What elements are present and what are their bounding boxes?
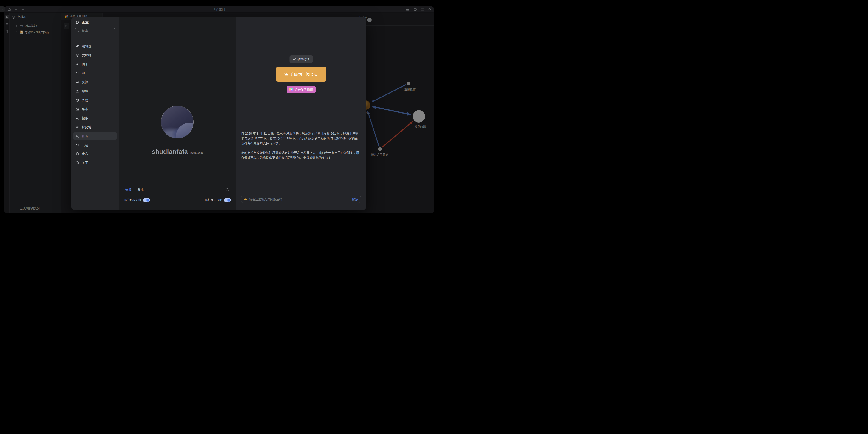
show-vip-toggle-label: 顶栏显示 VIP	[205, 198, 222, 202]
settings-menu-panel: 设置 编辑器文档树闪卡AI资源导出外观集市搜索快捷键账号云端发布关于	[71, 17, 119, 210]
search-icon	[77, 29, 80, 32]
sparkles-icon	[75, 71, 79, 75]
settings-menu-item-搜索[interactable]: 搜索	[71, 114, 119, 122]
menu-item-label: 外观	[82, 98, 88, 102]
donate-label: 给开发者捐赠	[295, 88, 313, 92]
pencil-icon	[75, 45, 79, 48]
avatar[interactable]	[161, 106, 193, 138]
settings-menu-item-关于[interactable]: 关于	[71, 159, 119, 167]
menu-item-label: 编辑器	[82, 44, 91, 48]
activation-code-box: 确定	[241, 196, 361, 203]
menu-item-label: AI	[82, 71, 85, 75]
refresh-icon[interactable]	[225, 188, 229, 192]
info-icon	[75, 161, 79, 165]
donate-button[interactable]: ♥ 给开发者捐赠	[287, 86, 316, 93]
settings-menu-item-AI[interactable]: AI	[71, 69, 119, 77]
features-badge[interactable]: 功能特性	[289, 55, 313, 63]
menu-item-label: 搜索	[82, 116, 88, 120]
settings-search-box[interactable]	[75, 28, 115, 34]
paragraph: 自 2020 年 8 月 31 日第一次公开发版以来，思源笔记已累计发版 661…	[241, 131, 361, 146]
settings-menu-item-账号[interactable]: 账号	[73, 132, 117, 140]
menu-item-label: 快捷键	[82, 125, 91, 129]
menu-item-label: 资源	[82, 80, 88, 84]
store-icon	[75, 107, 79, 111]
globe-icon	[75, 152, 79, 156]
logout-link[interactable]: 登出	[138, 188, 144, 192]
doctree-icon	[75, 53, 79, 57]
settings-menu-item-快捷键[interactable]: 快捷键	[71, 123, 119, 131]
menu-item-label: 文档树	[82, 53, 91, 57]
show-title-toggle-label: 顶栏显示头衔	[123, 198, 141, 202]
menu-item-label: 闪卡	[82, 62, 88, 66]
crown-icon	[244, 198, 247, 201]
image-icon	[75, 80, 79, 84]
username: shudianfafa	[152, 148, 188, 155]
subscription-panel: 功能特性 升级为订阅会员 ♥ 给开发者捐赠 自 2020 年 8 月 31 日第…	[236, 17, 366, 210]
keyboard-icon	[75, 125, 79, 129]
search-icon	[75, 116, 79, 120]
settings-menu-item-导出[interactable]: 导出	[71, 87, 119, 95]
activation-code-input[interactable]	[249, 198, 350, 201]
upgrade-label: 升级为订阅会员	[290, 71, 318, 77]
settings-menu-item-云端[interactable]: 云端	[71, 141, 119, 149]
settings-menu-item-集市[interactable]: 集市	[71, 105, 119, 113]
palette-icon	[75, 98, 79, 102]
upgrade-subscription-button[interactable]: 升级为订阅会员	[276, 67, 326, 82]
settings-title: 设置	[82, 20, 89, 25]
gear-icon	[75, 21, 79, 24]
heart-donate-icon: ♥	[289, 88, 293, 91]
crown-icon	[284, 72, 288, 76]
settings-dialog: 设置 编辑器文档树闪卡AI资源导出外观集市搜索快捷键账号云端发布关于 shudi…	[71, 17, 366, 210]
account-site: ld246.com	[190, 151, 203, 154]
paragraph: 您的支持与反馈能够让思源笔记更好地开发与发展下去，我们会一直与用户做朋友，用心做…	[241, 150, 361, 160]
settings-menu-item-发布[interactable]: 发布	[71, 150, 119, 158]
settings-header: 设置	[71, 20, 119, 25]
menu-item-label: 账号	[82, 134, 88, 138]
manage-link[interactable]: 管理	[125, 188, 131, 192]
features-badge-label: 功能特性	[298, 57, 309, 61]
menu-divider	[71, 38, 119, 38]
settings-search-input[interactable]	[82, 29, 113, 33]
menu-item-label: 导出	[82, 89, 88, 93]
flash-icon	[75, 62, 79, 66]
show-title-toggle[interactable]	[143, 198, 150, 202]
account-name-row: shudianfafald246.com	[119, 148, 236, 155]
settings-menu-item-闪卡[interactable]: 闪卡	[71, 60, 119, 68]
menu-item-label: 关于	[82, 161, 88, 165]
settings-menu-item-编辑器[interactable]: 编辑器	[71, 42, 119, 50]
settings-menu-item-外观[interactable]: 外观	[71, 96, 119, 104]
menu-item-label: 集市	[82, 107, 88, 111]
confirm-button[interactable]: 确定	[352, 197, 358, 202]
cloud-icon	[75, 143, 79, 147]
crown-icon	[292, 58, 296, 61]
person-icon	[75, 134, 79, 138]
menu-item-label: 发布	[82, 152, 88, 156]
show-vip-toggle[interactable]	[224, 198, 231, 202]
settings-menu-item-资源[interactable]: 资源	[71, 78, 119, 86]
upload-icon	[75, 89, 79, 93]
settings-menu-item-文档树[interactable]: 文档树	[71, 51, 119, 59]
release-notes-text: 自 2020 年 8 月 31 日第一次公开发版以来，思源笔记已累计发版 661…	[241, 131, 361, 160]
account-panel: shudianfafald246.com 管理 登出 顶栏显示头衔 顶栏显示 V…	[119, 17, 236, 210]
menu-item-label: 云端	[82, 143, 88, 147]
